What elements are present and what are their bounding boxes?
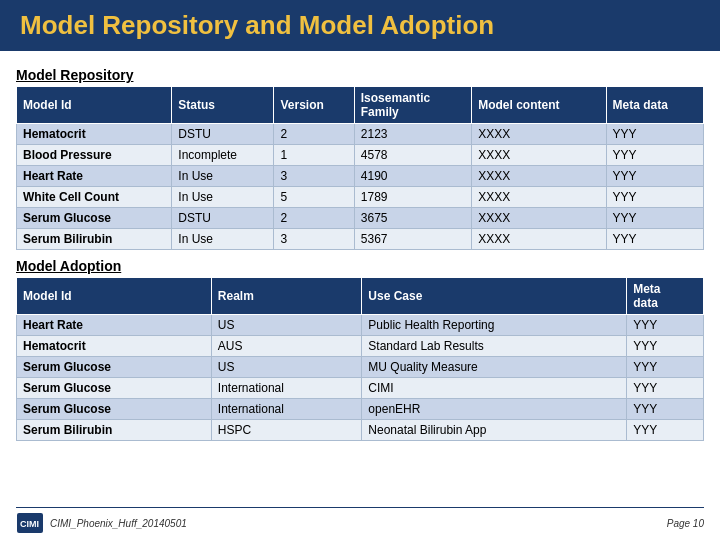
repo-model-id: Serum Bilirubin bbox=[17, 229, 172, 250]
adopt-meta-data: YYY bbox=[627, 357, 704, 378]
table-row: Serum Glucose DSTU 2 3675 XXXX YYY bbox=[17, 208, 704, 229]
adopt-model-id: Serum Bilirubin bbox=[17, 420, 212, 441]
svg-text:CIMI: CIMI bbox=[20, 519, 39, 529]
table-row: Heart Rate In Use 3 4190 XXXX YYY bbox=[17, 166, 704, 187]
footer-left: CIMI CIMI_Phoenix_Huff_20140501 bbox=[16, 512, 187, 534]
adopt-realm: US bbox=[211, 357, 362, 378]
repo-status: In Use bbox=[172, 166, 274, 187]
adopt-realm: HSPC bbox=[211, 420, 362, 441]
repo-version: 3 bbox=[274, 166, 354, 187]
adopt-col-meta-data: Metadata bbox=[627, 278, 704, 315]
repository-table: Model Id Status Version IsosemanticFamil… bbox=[16, 86, 704, 250]
table-row: White Cell Count In Use 5 1789 XXXX YYY bbox=[17, 187, 704, 208]
table-row: Heart Rate US Public Health Reporting YY… bbox=[17, 315, 704, 336]
title-bar: Model Repository and Model Adoption bbox=[0, 0, 720, 51]
repo-version: 2 bbox=[274, 208, 354, 229]
adopt-model-id: Serum Glucose bbox=[17, 399, 212, 420]
repo-isosemantic: 3675 bbox=[354, 208, 471, 229]
repo-status: In Use bbox=[172, 187, 274, 208]
adopt-realm: US bbox=[211, 315, 362, 336]
repo-model-id: Serum Glucose bbox=[17, 208, 172, 229]
repo-col-meta-data: Meta data bbox=[606, 87, 703, 124]
table-row: Blood Pressure Incomplete 1 4578 XXXX YY… bbox=[17, 145, 704, 166]
repo-version: 5 bbox=[274, 187, 354, 208]
repo-status: Incomplete bbox=[172, 145, 274, 166]
repo-isosemantic: 5367 bbox=[354, 229, 471, 250]
repo-version: 3 bbox=[274, 229, 354, 250]
repo-model-id: White Cell Count bbox=[17, 187, 172, 208]
repo-meta-data: YYY bbox=[606, 124, 703, 145]
adopt-use-case: openEHR bbox=[362, 399, 627, 420]
table-row: Serum Glucose US MU Quality Measure YYY bbox=[17, 357, 704, 378]
adopt-col-model-id: Model Id bbox=[17, 278, 212, 315]
adopt-col-realm: Realm bbox=[211, 278, 362, 315]
repo-isosemantic: 4578 bbox=[354, 145, 471, 166]
repo-version: 2 bbox=[274, 124, 354, 145]
adopt-meta-data: YYY bbox=[627, 336, 704, 357]
repo-version: 1 bbox=[274, 145, 354, 166]
adopt-realm: International bbox=[211, 378, 362, 399]
adopt-model-id: Serum Glucose bbox=[17, 357, 212, 378]
repo-meta-data: YYY bbox=[606, 229, 703, 250]
repository-header-row: Model Id Status Version IsosemanticFamil… bbox=[17, 87, 704, 124]
repo-status: In Use bbox=[172, 229, 274, 250]
adopt-use-case: Neonatal Bilirubin App bbox=[362, 420, 627, 441]
adopt-use-case: MU Quality Measure bbox=[362, 357, 627, 378]
adopt-realm: AUS bbox=[211, 336, 362, 357]
adopt-meta-data: YYY bbox=[627, 399, 704, 420]
repo-model-content: XXXX bbox=[472, 229, 606, 250]
adopt-meta-data: YYY bbox=[627, 378, 704, 399]
repo-col-model-id: Model Id bbox=[17, 87, 172, 124]
adoption-table: Model Id Realm Use Case Metadata Heart R… bbox=[16, 277, 704, 441]
repo-model-content: XXXX bbox=[472, 124, 606, 145]
repository-section-title: Model Repository bbox=[16, 67, 704, 83]
table-row: Hematocrit AUS Standard Lab Results YYY bbox=[17, 336, 704, 357]
model-repository-section: Model Repository Model Id Status Version… bbox=[16, 67, 704, 250]
adopt-use-case: Public Health Reporting bbox=[362, 315, 627, 336]
footer-page-number: Page 10 bbox=[667, 518, 704, 529]
repo-model-content: XXXX bbox=[472, 187, 606, 208]
repo-isosemantic: 2123 bbox=[354, 124, 471, 145]
repo-model-content: XXXX bbox=[472, 208, 606, 229]
adopt-meta-data: YYY bbox=[627, 315, 704, 336]
adopt-model-id: Hematocrit bbox=[17, 336, 212, 357]
repo-model-content: XXXX bbox=[472, 145, 606, 166]
repo-meta-data: YYY bbox=[606, 166, 703, 187]
table-row: Serum Bilirubin HSPC Neonatal Bilirubin … bbox=[17, 420, 704, 441]
repo-model-id: Heart Rate bbox=[17, 166, 172, 187]
table-row: Serum Glucose International openEHR YYY bbox=[17, 399, 704, 420]
repo-model-id: Blood Pressure bbox=[17, 145, 172, 166]
repo-col-model-content: Model content bbox=[472, 87, 606, 124]
table-row: Serum Bilirubin In Use 3 5367 XXXX YYY bbox=[17, 229, 704, 250]
table-row: Hematocrit DSTU 2 2123 XXXX YYY bbox=[17, 124, 704, 145]
footer: CIMI CIMI_Phoenix_Huff_20140501 Page 10 bbox=[16, 507, 704, 534]
model-adoption-section: Model Adoption Model Id Realm Use Case M… bbox=[16, 258, 704, 441]
adopt-use-case: Standard Lab Results bbox=[362, 336, 627, 357]
table-row: Serum Glucose International CIMI YYY bbox=[17, 378, 704, 399]
footer-citation: CIMI_Phoenix_Huff_20140501 bbox=[50, 518, 187, 529]
cimi-logo-icon: CIMI bbox=[16, 512, 44, 534]
repo-status: DSTU bbox=[172, 208, 274, 229]
repo-col-isosemantic: IsosemanticFamily bbox=[354, 87, 471, 124]
adopt-use-case: CIMI bbox=[362, 378, 627, 399]
page-title: Model Repository and Model Adoption bbox=[20, 10, 494, 40]
repo-model-content: XXXX bbox=[472, 166, 606, 187]
repo-isosemantic: 4190 bbox=[354, 166, 471, 187]
adopt-col-use-case: Use Case bbox=[362, 278, 627, 315]
repo-meta-data: YYY bbox=[606, 208, 703, 229]
adopt-model-id: Serum Glucose bbox=[17, 378, 212, 399]
repo-model-id: Hematocrit bbox=[17, 124, 172, 145]
repo-meta-data: YYY bbox=[606, 145, 703, 166]
adopt-realm: International bbox=[211, 399, 362, 420]
adoption-header-row: Model Id Realm Use Case Metadata bbox=[17, 278, 704, 315]
adoption-section-title: Model Adoption bbox=[16, 258, 704, 274]
main-content: Model Repository Model Id Status Version… bbox=[0, 51, 720, 449]
repo-isosemantic: 1789 bbox=[354, 187, 471, 208]
repo-col-status: Status bbox=[172, 87, 274, 124]
adopt-model-id: Heart Rate bbox=[17, 315, 212, 336]
repo-col-version: Version bbox=[274, 87, 354, 124]
repo-status: DSTU bbox=[172, 124, 274, 145]
adopt-meta-data: YYY bbox=[627, 420, 704, 441]
repo-meta-data: YYY bbox=[606, 187, 703, 208]
